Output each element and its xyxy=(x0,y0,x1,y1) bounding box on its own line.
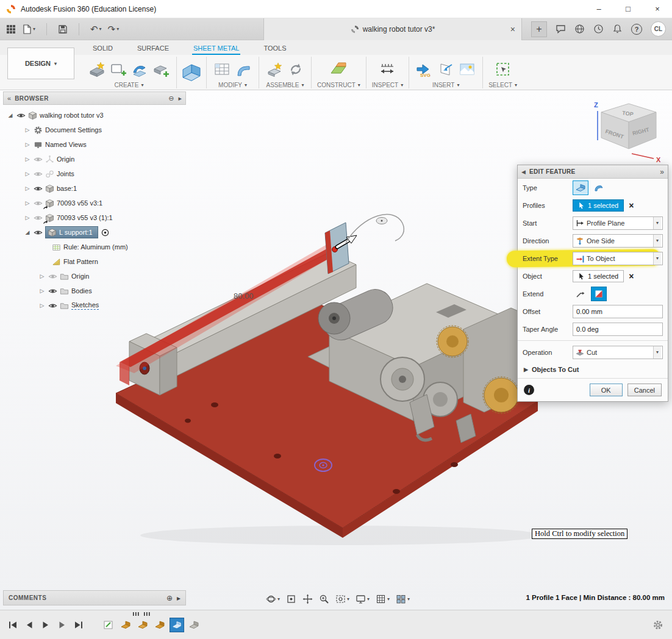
zoom-button[interactable] xyxy=(316,592,332,607)
expand-icon[interactable]: ▷ xyxy=(24,171,31,177)
tree-item-sketches[interactable]: ▷ Sketches xyxy=(3,298,186,313)
expand-icon[interactable]: ◢ xyxy=(24,229,31,235)
display-settings-button[interactable]: ▾ xyxy=(353,592,372,607)
tree-item-bodies[interactable]: ▷ Bodies xyxy=(3,284,186,298)
tab-sheet-metal[interactable]: SHEET METAL xyxy=(192,42,240,55)
save-icon[interactable] xyxy=(58,24,68,34)
expand-icon[interactable]: ▷ xyxy=(24,215,31,221)
insert-dropdown[interactable]: INSERT▾ xyxy=(432,82,460,88)
measure-icon[interactable] xyxy=(377,59,397,80)
new-tab-button[interactable]: + xyxy=(531,21,547,37)
tab-solid[interactable]: SOLID xyxy=(91,42,114,55)
notifications-bell-icon[interactable] xyxy=(612,24,623,34)
expand-icon[interactable]: ▷ xyxy=(24,200,31,206)
ok-button[interactable]: OK xyxy=(590,384,623,396)
profiles-selected-chip[interactable]: 1 selected xyxy=(573,199,624,212)
visibility-eye-icon[interactable] xyxy=(34,199,43,208)
construct-dropdown[interactable]: CONSTRUCT▾ xyxy=(317,82,360,88)
tree-item-l-support-selected[interactable]: ◢ L support:1 xyxy=(3,225,186,240)
visibility-eye-icon[interactable] xyxy=(34,228,43,237)
file-menu-button[interactable]: ▾ xyxy=(22,24,35,34)
tab-close-icon[interactable]: × xyxy=(510,24,515,34)
timeline-sketch-feature[interactable] xyxy=(101,618,116,632)
clear-profiles-icon[interactable]: × xyxy=(629,201,634,210)
go-to-start-button[interactable] xyxy=(9,621,17,629)
timeline-flange-feature[interactable] xyxy=(152,618,167,632)
expand-icon[interactable]: ▷ xyxy=(24,156,31,162)
tree-item-70093-v55[interactable]: ▷ 70093 v55 v3:1 xyxy=(3,196,186,210)
tree-item-base[interactable]: ▷ base:1 xyxy=(3,181,186,196)
dock-left-icon[interactable]: ◀ xyxy=(521,169,526,175)
grid-snap-button[interactable]: ▾ xyxy=(373,592,392,607)
construction-plane-icon[interactable] xyxy=(329,59,348,80)
close-button[interactable]: × xyxy=(643,0,672,18)
convert-to-sheet-metal-icon[interactable] xyxy=(130,59,149,80)
select-icon[interactable] xyxy=(493,59,513,80)
new-flange-icon[interactable] xyxy=(87,59,107,80)
minimize-button[interactable]: – xyxy=(584,0,613,18)
pan-button[interactable] xyxy=(300,592,315,607)
activity-clock-icon[interactable] xyxy=(593,24,604,34)
expand-icon[interactable]: ▷ xyxy=(24,185,31,191)
flange-command-icon[interactable] xyxy=(178,55,205,90)
step-forward-button[interactable] xyxy=(58,621,66,629)
modify-dropdown[interactable]: MODIFY▾ xyxy=(218,82,247,88)
expand-icon[interactable]: ▷ xyxy=(38,288,46,294)
fit-button[interactable]: ▾ xyxy=(333,592,352,607)
timeline-flange-feature[interactable] xyxy=(118,618,133,632)
expand-icon[interactable]: ▷ xyxy=(24,127,31,133)
hide-all-icon[interactable]: ⊖ xyxy=(168,95,174,102)
step-back-button[interactable] xyxy=(25,621,34,629)
extend-to-body-button[interactable] xyxy=(591,287,607,301)
user-avatar[interactable]: CL xyxy=(651,21,666,37)
play-button[interactable] xyxy=(41,621,50,629)
tree-item-flat-pattern[interactable]: Flat Pattern xyxy=(3,254,186,269)
go-to-end-button[interactable] xyxy=(74,621,83,629)
visibility-eye-icon[interactable] xyxy=(34,155,43,164)
maximize-button[interactable]: □ xyxy=(613,0,643,18)
collapse-panel-icon[interactable]: « xyxy=(7,95,11,102)
type-flange-button[interactable] xyxy=(573,180,588,195)
comments-icon[interactable] xyxy=(556,24,566,34)
dimension-label[interactable]: 80.00 xyxy=(234,291,254,301)
tab-tools[interactable]: TOOLS xyxy=(262,42,287,55)
operation-dropdown[interactable]: Cut ▾ xyxy=(573,346,663,359)
type-contour-button[interactable] xyxy=(591,180,607,195)
help-icon[interactable]: ? xyxy=(631,24,642,35)
new-component-icon[interactable] xyxy=(265,59,284,80)
undo-button[interactable]: ↶▾ xyxy=(90,24,102,35)
expand-icon[interactable]: ▷ xyxy=(24,141,31,148)
joint-icon[interactable] xyxy=(286,59,306,80)
panel-flyout-icon[interactable]: ▸ xyxy=(177,594,181,602)
visibility-eye-icon[interactable] xyxy=(48,301,57,310)
cancel-button[interactable]: Cancel xyxy=(627,384,662,396)
visibility-eye-icon[interactable] xyxy=(34,170,43,179)
object-selected-chip[interactable]: 1 selected xyxy=(573,270,624,282)
tree-item-document-settings[interactable]: ▷ Document Settings xyxy=(3,123,186,137)
info-icon[interactable]: i xyxy=(524,385,534,395)
tree-item-70093-v55-1[interactable]: ▷ 70093 v55 v3 (1):1 xyxy=(3,210,186,225)
add-comment-icon[interactable]: ⊕ xyxy=(166,594,173,602)
offset-input[interactable] xyxy=(573,305,663,318)
timeline-flange-feature[interactable] xyxy=(135,618,150,632)
direction-dropdown[interactable]: One Side ▾ xyxy=(573,234,663,248)
document-tab[interactable]: walking robot tutor v3* × xyxy=(263,18,522,40)
create-sketch-icon[interactable] xyxy=(109,59,128,80)
assemble-dropdown[interactable]: ASSEMBLE▾ xyxy=(266,82,304,88)
dialog-header[interactable]: ◀ EDIT FEATURE » xyxy=(518,165,668,179)
tree-item-joints[interactable]: ▷ Joints xyxy=(3,166,186,181)
expand-icon[interactable]: ◢ xyxy=(7,112,14,118)
objects-to-cut-disclosure[interactable]: ▶ Objects To Cut xyxy=(518,361,668,378)
select-dropdown[interactable]: SELECT▾ xyxy=(488,82,517,88)
tree-item-rule-aluminum[interactable]: Rule: Aluminum (mm) xyxy=(3,240,186,254)
visibility-eye-icon[interactable] xyxy=(16,111,26,120)
create-dropdown[interactable]: CREATE▾ xyxy=(115,82,144,88)
visibility-eye-icon[interactable] xyxy=(48,272,57,281)
viewport-canvas[interactable]: 80.00 « BROWSER ⊖ ▸ ◢ walking robot tuto… xyxy=(0,90,672,610)
orbit-button[interactable]: ▾ xyxy=(263,592,282,607)
extend-faces-button[interactable] xyxy=(573,287,588,301)
expand-icon[interactable]: ▷ xyxy=(38,273,46,279)
timeline-active-feature[interactable] xyxy=(170,618,184,632)
insert-derive-icon[interactable] xyxy=(436,59,456,80)
insert-image-icon[interactable] xyxy=(457,59,477,80)
